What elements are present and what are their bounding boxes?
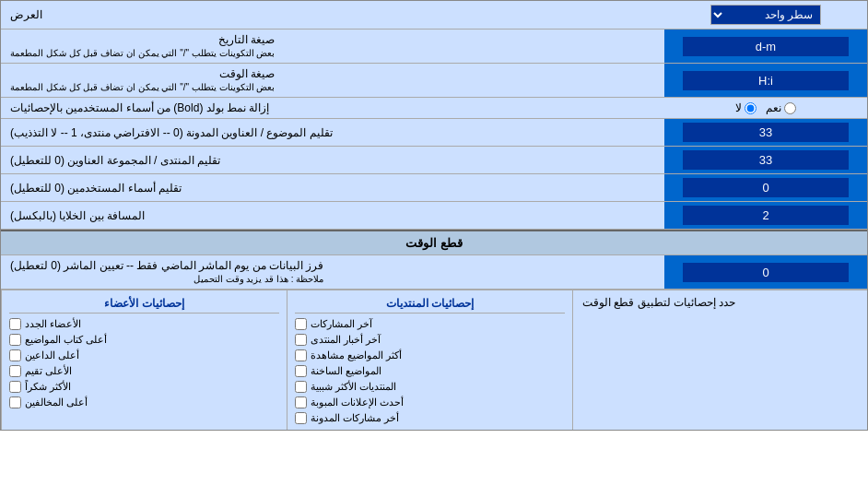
date-format-sub-label: بعض التكوينات يتطلب "/" التي يمكن ان تضا…	[10, 48, 275, 58]
col2-item-3: الأعلى تقيم	[9, 363, 279, 379]
top-row-right: العرض	[1, 1, 664, 29]
bottom-right-section: حدد إحصائيات لتطبيق قطع الوقت	[572, 290, 867, 430]
radio-no[interactable]	[745, 102, 757, 114]
forum-titles-input-cell	[664, 147, 867, 173]
remove-bold-label: إزالة نمط بولد (Bold) من أسماء المستخدمي…	[1, 98, 664, 118]
spacing-input[interactable]	[683, 206, 849, 225]
radio-yes[interactable]	[784, 102, 796, 114]
top-row-left: سطر واحد سطرين ثلاثة أسطر	[664, 1, 867, 29]
col1-checkbox-0[interactable]	[295, 318, 307, 330]
bottom-area: حدد إحصائيات لتطبيق قطع الوقت إحصائيات ا…	[1, 290, 867, 430]
remove-bold-radio-cell: نعم لا	[664, 98, 867, 118]
date-format-main-label: صيغة التاريخ	[218, 33, 275, 46]
usernames-input-cell	[664, 174, 867, 201]
col1-checkbox-4[interactable]	[295, 381, 307, 393]
usernames-main-label: تقليم أسماء المستخدمين (0 للتعطيل)	[10, 182, 182, 195]
time-format-sub-label: بعض التكوينات يتطلب "/" التي يمكن ان تضا…	[10, 82, 275, 92]
cutoff-input[interactable]	[683, 263, 849, 282]
display-dropdown[interactable]: سطر واحد سطرين ثلاثة أسطر	[710, 5, 821, 25]
col2-checkbox-0[interactable]	[9, 318, 21, 330]
time-format-label: صيغة الوقت بعض التكوينات يتطلب "/" التي …	[1, 64, 664, 97]
topics-titles-input[interactable]	[683, 123, 849, 142]
cutoff-input-cell	[664, 255, 867, 289]
radio-no-label[interactable]: لا	[735, 101, 757, 114]
date-format-row: صيغة التاريخ بعض التكوينات يتطلب "/" الت…	[1, 30, 867, 64]
forum-titles-input[interactable]	[683, 150, 849, 170]
col2-checkbox-2[interactable]	[9, 349, 21, 361]
col1-checkbox-6[interactable]	[295, 412, 307, 424]
col2-header: إحصائيات الأعضاء	[9, 294, 279, 314]
col2-item-2: أعلى الداعين	[9, 348, 279, 363]
cutoff-label: فرز البيانات من يوم الماشر الماضي فقط --…	[1, 255, 664, 289]
spacing-label: المسافة بين الخلايا (بالبكسل)	[1, 202, 664, 229]
topics-titles-input-cell	[664, 119, 867, 146]
col1-item-6: أخر مشاركات المدونة	[295, 410, 565, 426]
col2-checkbox-1[interactable]	[9, 334, 21, 346]
section-title-row: قطع الوقت	[1, 230, 867, 255]
top-row: سطر واحد سطرين ثلاثة أسطر العرض	[1, 1, 867, 30]
col1-item-5: أحدث الإعلانات المبوبة	[295, 395, 565, 410]
top-right-label: العرض	[10, 8, 42, 21]
remove-bold-row: نعم لا إزالة نمط بولد (Bold) من أسماء ال…	[1, 98, 867, 119]
col2-checkbox-4[interactable]	[9, 381, 21, 393]
usernames-row: تقليم أسماء المستخدمين (0 للتعطيل)	[1, 174, 867, 202]
date-format-label: صيغة التاريخ بعض التكوينات يتطلب "/" الت…	[1, 30, 664, 63]
col2-checkbox-3[interactable]	[9, 365, 21, 377]
spacing-row: المسافة بين الخلايا (بالبكسل)	[1, 202, 867, 230]
col1-item-2: أكثر المواضيع مشاهدة	[295, 348, 565, 363]
col1-item-3: المواضيع الساخنة	[295, 363, 565, 379]
col1-checkbox-3[interactable]	[295, 365, 307, 377]
cutoff-row: فرز البيانات من يوم الماشر الماضي فقط --…	[1, 255, 867, 290]
col1-checkbox-1[interactable]	[295, 334, 307, 346]
col1-item-1: آخر أخبار المنتدى	[295, 332, 565, 348]
time-format-row: صيغة الوقت بعض التكوينات يتطلب "/" التي …	[1, 64, 867, 98]
bottom-col2: إحصائيات الأعضاء الأعضاء الجدد أعلى كتاب…	[1, 290, 287, 430]
cutoff-sub-label: ملاحظة : هذا قد يزيد وقت التحميل	[194, 274, 323, 284]
usernames-label: تقليم أسماء المستخدمين (0 للتعطيل)	[1, 174, 664, 201]
col2-item-4: الأكثر شكراً	[9, 379, 279, 395]
usernames-input[interactable]	[683, 178, 849, 197]
topics-titles-row: تقليم الموضوع / العناوين المدونة (0 -- ا…	[1, 119, 867, 147]
col2-item-5: أعلى المخالفين	[9, 395, 279, 410]
col1-item-0: آخر المشاركات	[295, 316, 565, 332]
spacing-input-cell	[664, 202, 867, 229]
bottom-col1: إحصائيات المنتديات آخر المشاركات آخر أخب…	[287, 290, 572, 430]
forum-titles-main-label: تقليم المنتدى / المجموعة العناوين (0 للت…	[10, 154, 220, 167]
bottom-right-label: حدد إحصائيات لتطبيق قطع الوقت	[582, 296, 735, 309]
spacing-main-label: المسافة بين الخلايا (بالبكسل)	[10, 209, 145, 222]
date-format-input[interactable]	[683, 37, 849, 56]
col2-item-1: أعلى كتاب المواضيع	[9, 332, 279, 348]
col1-header: إحصائيات المنتديات	[295, 294, 565, 314]
topics-titles-label: تقليم الموضوع / العناوين المدونة (0 -- ا…	[1, 119, 664, 146]
forum-titles-label: تقليم المنتدى / المجموعة العناوين (0 للت…	[1, 147, 664, 173]
time-format-main-label: صيغة الوقت	[219, 67, 275, 80]
remove-bold-main-label: إزالة نمط بولد (Bold) من أسماء المستخدمي…	[10, 101, 269, 114]
topics-titles-main-label: تقليم الموضوع / العناوين المدونة (0 -- ا…	[10, 126, 333, 139]
col1-checkbox-2[interactable]	[295, 349, 307, 361]
col1-checkbox-5[interactable]	[295, 396, 307, 408]
radio-yes-label[interactable]: نعم	[766, 101, 796, 114]
col2-item-0: الأعضاء الجدد	[9, 316, 279, 332]
col1-item-4: المنتديات الأكثر شببية	[295, 379, 565, 395]
cutoff-main-label: فرز البيانات من يوم الماشر الماضي فقط --…	[10, 259, 323, 272]
time-format-input[interactable]	[683, 71, 849, 90]
forum-titles-row: تقليم المنتدى / المجموعة العناوين (0 للت…	[1, 147, 867, 174]
section-title-label: قطع الوقت	[405, 236, 463, 250]
date-format-input-cell	[664, 30, 867, 63]
time-format-input-cell	[664, 64, 867, 97]
col2-checkbox-5[interactable]	[9, 396, 21, 408]
